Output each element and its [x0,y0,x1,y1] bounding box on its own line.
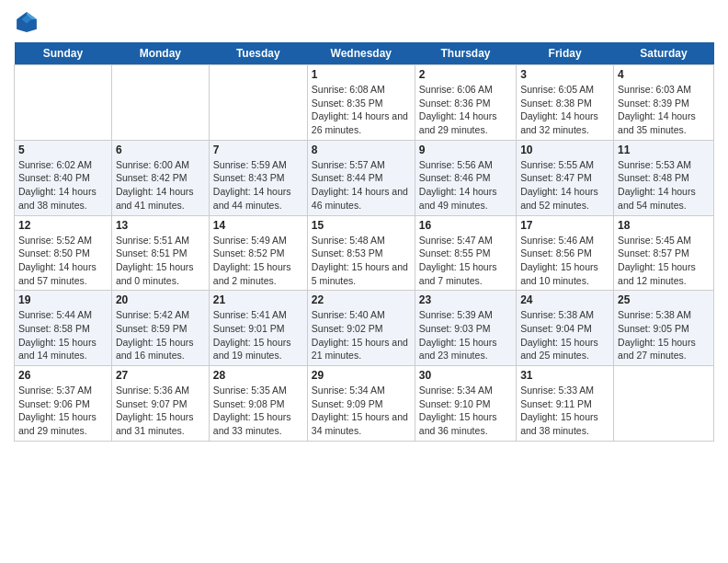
date-number: 27 [116,369,205,382]
logo-icon [14,9,40,35]
day-info: Sunrise: 5:47 AMSunset: 8:55 PMDaylight:… [419,234,512,288]
header-saturday: Saturday [614,42,714,65]
day-info: Sunrise: 5:53 AMSunset: 8:48 PMDaylight:… [618,158,710,213]
day-info: Sunrise: 5:36 AMSunset: 9:07 PMDaylight:… [116,384,205,438]
table-row: 2Sunrise: 6:06 AMSunset: 8:36 PMDaylight… [415,65,516,141]
date-number: 13 [116,219,205,232]
table-row: 28Sunrise: 5:35 AMSunset: 9:08 PMDayligh… [209,366,307,442]
day-info: Sunrise: 5:44 AMSunset: 8:58 PMDaylight:… [18,308,108,362]
date-number: 16 [419,219,512,232]
table-row: 26Sunrise: 5:37 AMSunset: 9:06 PMDayligh… [15,366,112,442]
day-info: Sunrise: 5:35 AMSunset: 9:08 PMDaylight:… [213,384,303,438]
header-wednesday: Wednesday [307,42,415,65]
date-number: 4 [618,68,710,81]
day-info: Sunrise: 5:38 AMSunset: 9:04 PMDaylight:… [520,308,609,362]
day-info: Sunrise: 6:06 AMSunset: 8:36 PMDaylight:… [419,83,512,137]
date-number: 1 [312,68,411,81]
table-row: 23Sunrise: 5:39 AMSunset: 9:03 PMDayligh… [415,291,516,366]
header-tuesday: Tuesday [209,42,307,65]
date-number: 29 [312,369,411,382]
date-number: 3 [520,68,609,81]
calendar-week-row: 12Sunrise: 5:52 AMSunset: 8:50 PMDayligh… [15,215,714,291]
date-number: 23 [419,293,512,306]
date-number: 7 [213,144,303,156]
table-row: 15Sunrise: 5:48 AMSunset: 8:53 PMDayligh… [307,215,415,291]
day-info: Sunrise: 5:45 AMSunset: 8:57 PMDaylight:… [618,234,710,288]
day-info: Sunrise: 5:41 AMSunset: 9:01 PMDaylight:… [213,308,303,362]
date-number: 15 [312,219,411,232]
date-number: 31 [520,369,609,382]
date-number: 28 [213,369,303,382]
day-info: Sunrise: 5:59 AMSunset: 8:43 PMDaylight:… [213,158,303,213]
table-row: 27Sunrise: 5:36 AMSunset: 9:07 PMDayligh… [111,366,209,442]
table-row: 18Sunrise: 5:45 AMSunset: 8:57 PMDayligh… [614,215,714,291]
date-number: 20 [116,293,205,306]
day-info: Sunrise: 5:51 AMSunset: 8:51 PMDaylight:… [116,234,205,288]
logo [14,9,41,35]
calendar-week-row: 1Sunrise: 6:08 AMSunset: 8:35 PMDaylight… [15,65,714,141]
day-info: Sunrise: 5:42 AMSunset: 8:59 PMDaylight:… [116,308,205,362]
day-info: Sunrise: 5:56 AMSunset: 8:46 PMDaylight:… [419,158,512,213]
calendar-table: Sunday Monday Tuesday Wednesday Thursday… [14,42,714,442]
header-monday: Monday [111,42,209,65]
date-number: 22 [312,293,411,306]
table-row [209,65,307,141]
date-number: 10 [520,144,609,156]
date-number: 8 [312,144,411,156]
table-row: 13Sunrise: 5:51 AMSunset: 8:51 PMDayligh… [111,215,209,291]
table-row [111,65,209,141]
day-info: Sunrise: 6:02 AMSunset: 8:40 PMDaylight:… [18,158,108,213]
table-row: 24Sunrise: 5:38 AMSunset: 9:04 PMDayligh… [517,291,614,366]
table-row: 5Sunrise: 6:02 AMSunset: 8:40 PMDaylight… [15,140,112,215]
table-row: 16Sunrise: 5:47 AMSunset: 8:55 PMDayligh… [415,215,516,291]
table-row: 29Sunrise: 5:34 AMSunset: 9:09 PMDayligh… [307,366,415,442]
date-number: 19 [18,293,108,306]
date-number: 24 [520,293,609,306]
day-info: Sunrise: 5:34 AMSunset: 9:09 PMDaylight:… [312,384,411,438]
date-number: 30 [419,369,512,382]
table-row: 10Sunrise: 5:55 AMSunset: 8:47 PMDayligh… [517,140,614,215]
day-info: Sunrise: 5:49 AMSunset: 8:52 PMDaylight:… [213,234,303,288]
table-row: 12Sunrise: 5:52 AMSunset: 8:50 PMDayligh… [15,215,112,291]
date-number: 2 [419,68,512,81]
date-number: 11 [618,144,710,156]
day-info: Sunrise: 6:03 AMSunset: 8:39 PMDaylight:… [618,83,710,137]
header-sunday: Sunday [15,42,112,65]
date-number: 12 [18,219,108,232]
day-info: Sunrise: 5:46 AMSunset: 8:56 PMDaylight:… [520,234,609,288]
date-number: 18 [618,219,710,232]
calendar-body: 1Sunrise: 6:08 AMSunset: 8:35 PMDaylight… [15,65,714,442]
header-thursday: Thursday [415,42,516,65]
table-row: 7Sunrise: 5:59 AMSunset: 8:43 PMDaylight… [209,140,307,215]
table-row: 22Sunrise: 5:40 AMSunset: 9:02 PMDayligh… [307,291,415,366]
day-info: Sunrise: 6:00 AMSunset: 8:42 PMDaylight:… [116,158,205,213]
calendar-header-row: Sunday Monday Tuesday Wednesday Thursday… [15,42,714,65]
table-row: 20Sunrise: 5:42 AMSunset: 8:59 PMDayligh… [111,291,209,366]
day-info: Sunrise: 5:38 AMSunset: 9:05 PMDaylight:… [618,308,710,362]
table-row [614,366,714,442]
table-row: 11Sunrise: 5:53 AMSunset: 8:48 PMDayligh… [614,140,714,215]
table-row: 14Sunrise: 5:49 AMSunset: 8:52 PMDayligh… [209,215,307,291]
table-row: 8Sunrise: 5:57 AMSunset: 8:44 PMDaylight… [307,140,415,215]
table-row: 4Sunrise: 6:03 AMSunset: 8:39 PMDaylight… [614,65,714,141]
day-info: Sunrise: 6:05 AMSunset: 8:38 PMDaylight:… [520,83,609,137]
day-info: Sunrise: 5:52 AMSunset: 8:50 PMDaylight:… [18,234,108,288]
table-row: 30Sunrise: 5:34 AMSunset: 9:10 PMDayligh… [415,366,516,442]
day-info: Sunrise: 5:55 AMSunset: 8:47 PMDaylight:… [520,158,609,213]
day-info: Sunrise: 5:39 AMSunset: 9:03 PMDaylight:… [419,308,512,362]
calendar-week-row: 19Sunrise: 5:44 AMSunset: 8:58 PMDayligh… [15,291,714,366]
table-row: 19Sunrise: 5:44 AMSunset: 8:58 PMDayligh… [15,291,112,366]
date-number: 9 [419,144,512,156]
date-number: 17 [520,219,609,232]
table-row: 17Sunrise: 5:46 AMSunset: 8:56 PMDayligh… [517,215,614,291]
header [14,9,714,35]
day-info: Sunrise: 5:33 AMSunset: 9:11 PMDaylight:… [520,384,609,438]
day-info: Sunrise: 5:57 AMSunset: 8:44 PMDaylight:… [312,158,411,213]
date-number: 26 [18,369,108,382]
day-info: Sunrise: 5:40 AMSunset: 9:02 PMDaylight:… [312,308,411,362]
date-number: 5 [18,144,108,156]
table-row: 21Sunrise: 5:41 AMSunset: 9:01 PMDayligh… [209,291,307,366]
page: Sunday Monday Tuesday Wednesday Thursday… [0,0,728,451]
table-row: 3Sunrise: 6:05 AMSunset: 8:38 PMDaylight… [517,65,614,141]
table-row [15,65,112,141]
